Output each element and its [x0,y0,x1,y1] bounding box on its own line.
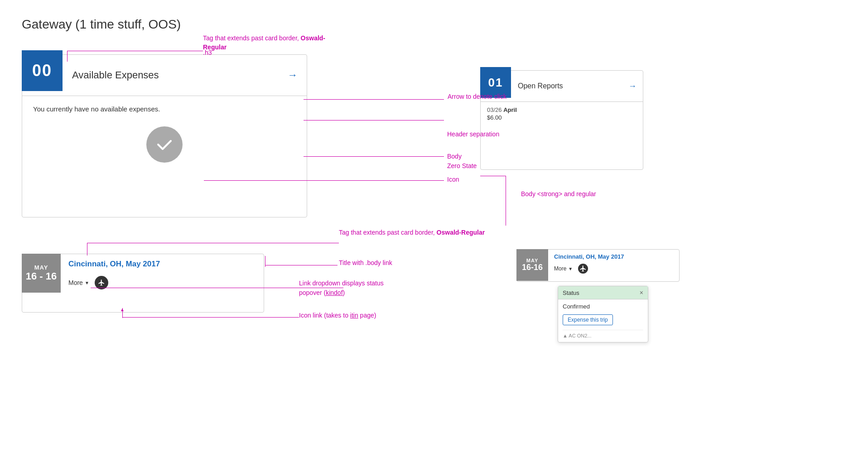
popover-body: Confirmed Expense this trip ▲ AC ON2... [558,299,648,342]
annotation-sep-line [304,120,444,120]
popover-status: Confirmed [563,303,643,310]
popover-header: Status × [558,286,648,299]
reports-title: Open Reports [518,82,628,90]
annotation-arrow-label: Arrow to denote click [448,93,506,100]
trip-tag-month: MAY [34,264,48,271]
annotation-iconlink-label: Icon link (takes to itin page) [299,312,376,319]
report-date: 03/26 [487,106,502,113]
dropdown-arrow-icon: ▼ [85,280,89,285]
more-dropdown[interactable]: More ▼ [68,279,89,286]
trip-right-tag-days: 16-16 [522,263,543,272]
trip-tag-badge: MAY 16 - 16 [22,254,61,293]
annotation-body-line [304,156,444,157]
annotation-title-v-line [265,256,265,267]
card-title: Available Expenses [72,69,288,81]
trip-right-title[interactable]: Cincinnati, OH, May 2017 [554,253,674,260]
annotation-h3-label: .h3 [203,49,212,56]
trip-card-right: MAY 16-16 Cincinnati, OH, May 2017 More … [516,249,680,282]
annotation-title-link-label: Title with .body link [339,259,392,266]
trip-right-header: MAY 16-16 Cincinnati, OH, May 2017 More … [517,250,679,281]
annotation-title-line [265,265,338,265]
trip-title[interactable]: Cincinnati, OH, May 2017 [68,260,256,269]
expenses-card: 00 Available Expenses → You currently ha… [22,54,307,217]
card-tag-number-badge: 00 [22,50,63,91]
card-arrow-icon[interactable]: → [288,69,298,81]
annotation-body-label: BodyZero State [447,152,477,171]
trip-right-tag-badge: MAY 16-16 [516,249,548,281]
more-dropdown-right[interactable]: More ▼ [554,265,573,272]
report-month: April [503,106,517,113]
bracket-line-tag-h [67,51,203,51]
reports-card-body: 03/26 April $6.00 [481,102,643,125]
annotation-body-strong-h [480,176,506,176]
dropdown-arrow-icon-right: ▼ [568,266,573,271]
status-popover: Status × Confirmed Expense this trip ▲ A… [558,286,648,342]
trip-right-info: Cincinnati, OH, May 2017 More ▼ [549,250,679,277]
plane-icon-right [579,265,587,272]
annotation-up-arrow-icon: ▲ [120,307,125,312]
popover-footer: ▲ AC ON2... [563,330,643,338]
trip-right-actions: More ▼ [554,264,674,274]
trip-tag-days: 16 - 16 [26,271,57,282]
annotation-itin: itin [350,312,358,319]
annotation-body-strong-label: Body <strong> and regular [521,190,596,198]
report-amount: $6.00 [487,114,637,121]
bracket-line-tag2-v [87,243,87,255]
tag-number: 00 [32,61,52,80]
expense-trip-button[interactable]: Expense this trip [563,314,613,325]
more-label-right: More [554,265,566,272]
reports-tag-number: 01 [488,76,503,90]
card-header: 00 Available Expenses → [22,55,307,96]
plane-icon [98,279,105,286]
annotation-arrow-line [304,99,444,100]
popover-close-button[interactable]: × [640,289,643,296]
body-text: You currently have no available expenses… [33,105,296,113]
reports-card: 01 Open Reports → 03/26 April $6.00 [480,70,643,170]
annotation-tag-label: Tag that extends past card border, Oswal… [203,34,348,52]
zero-state-icon [146,126,183,163]
annotation-tag2-label: Tag that extends past card border, Oswal… [339,229,485,236]
card-body: You currently have no available expenses… [22,96,307,172]
checkmark-icon [154,135,174,154]
annotation-iconlink-line [122,317,299,318]
bracket-line-tag2-h [87,243,339,243]
trip-card: MAY 16 - 16 Cincinnati, OH, May 2017 Mor… [22,254,264,313]
annotation-kindof: kindof [326,289,342,296]
page-title: Gateway (1 time stuff, OOS) [22,17,181,32]
annotation-dropdown-label: Link dropdown displays statuspopover (ki… [299,279,384,298]
annotation-body-strong-v [506,176,506,226]
annotation-tag-bold: Oswald-Regular [203,34,325,51]
trip-info: Cincinnati, OH, May 2017 More ▼ [61,254,264,295]
annotation-zero-state: Zero State [447,162,477,169]
annotation-icon-line [204,180,444,181]
reports-arrow-icon[interactable]: → [628,82,637,91]
annotation-tag2-bold: Oswald-Regular [437,229,485,236]
report-date-row: 03/26 April [487,106,637,113]
flight-icon-button-right[interactable] [578,264,588,274]
annotation-icon-label: Icon [447,176,459,183]
popover-title: Status [563,289,579,296]
trip-header: MAY 16 - 16 Cincinnati, OH, May 2017 Mor… [22,254,264,295]
more-label: More [68,279,83,286]
annotation-sep-label: Header separation [447,130,499,138]
bracket-line-tag-v [67,51,68,62]
